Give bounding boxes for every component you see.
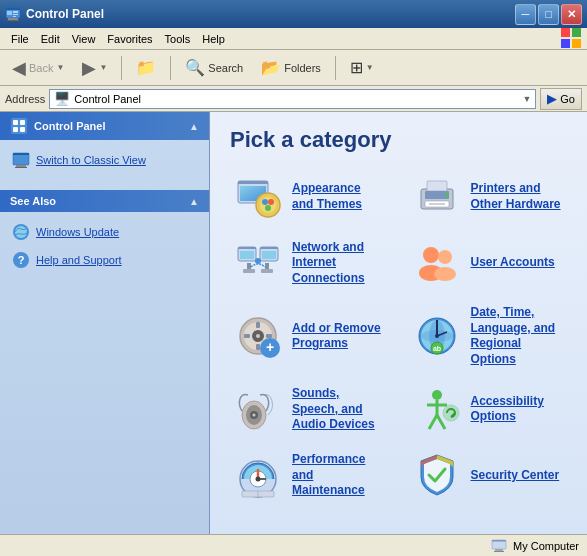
help-support-link[interactable]: ? Help and Support bbox=[8, 248, 201, 272]
windows-update-link[interactable]: Windows Update bbox=[8, 220, 201, 244]
category-printers-hardware[interactable]: Printers and Other Hardware bbox=[409, 169, 568, 225]
sounds-speech-audio-label: Sounds, Speech, and Audio Devices bbox=[292, 386, 385, 433]
svg-text:?: ? bbox=[18, 254, 25, 266]
category-security-center[interactable]: Security Center bbox=[409, 447, 568, 503]
svg-rect-41 bbox=[238, 247, 256, 249]
svg-rect-59 bbox=[256, 322, 260, 328]
svg-rect-18 bbox=[13, 153, 29, 155]
svg-point-51 bbox=[423, 247, 439, 263]
category-accessibility[interactable]: Accessibility Options bbox=[409, 381, 568, 437]
windows-update-label: Windows Update bbox=[36, 226, 119, 238]
svg-rect-60 bbox=[266, 334, 272, 338]
control-panel-header-icon bbox=[10, 117, 28, 135]
category-date-time-language[interactable]: ab Date, Time, Language, and Regional Op… bbox=[409, 301, 568, 371]
add-remove-programs-label: Add or Remove Programs bbox=[292, 321, 385, 352]
category-sounds-speech-audio[interactable]: Sounds, Speech, and Audio Devices bbox=[230, 381, 389, 437]
svg-point-54 bbox=[434, 267, 456, 281]
svg-line-81 bbox=[429, 415, 437, 429]
go-button[interactable]: ▶ Go bbox=[540, 88, 582, 110]
minimize-button[interactable]: ─ bbox=[515, 4, 536, 25]
svg-point-31 bbox=[262, 199, 268, 205]
svg-rect-2 bbox=[8, 18, 18, 20]
category-appearance-themes[interactable]: Appearance and Themes bbox=[230, 169, 389, 225]
svg-point-50 bbox=[255, 258, 261, 264]
view-button[interactable]: ⊞ ▼ bbox=[343, 54, 381, 81]
maximize-button[interactable]: □ bbox=[538, 4, 559, 25]
sounds-speech-audio-icon bbox=[234, 385, 282, 433]
toolbar-separator-3 bbox=[335, 56, 336, 80]
svg-point-87 bbox=[256, 477, 261, 482]
sidebar-control-panel-body: Switch to Classic View bbox=[0, 140, 209, 184]
svg-rect-92 bbox=[495, 549, 503, 551]
sidebar-control-panel-title: Control Panel bbox=[34, 120, 106, 132]
svg-rect-6 bbox=[13, 14, 18, 15]
svg-rect-3 bbox=[7, 20, 19, 21]
sidebar-see-also-header[interactable]: See Also ▲ bbox=[0, 190, 209, 212]
close-button[interactable]: ✕ bbox=[561, 4, 582, 25]
svg-rect-93 bbox=[494, 551, 504, 552]
forward-button[interactable]: ▶ ▼ bbox=[75, 53, 114, 83]
svg-rect-26 bbox=[238, 181, 268, 184]
switch-classic-view-link[interactable]: Switch to Classic View bbox=[8, 148, 201, 172]
view-icon: ⊞ bbox=[350, 58, 363, 77]
category-performance-maintenance[interactable]: Performance and Maintenance bbox=[230, 447, 389, 503]
forward-dropdown-icon: ▼ bbox=[99, 63, 107, 72]
printers-hardware-icon bbox=[413, 173, 461, 221]
folders-label: Folders bbox=[284, 62, 321, 74]
sidebar-control-panel-header[interactable]: Control Panel ▲ bbox=[0, 112, 209, 140]
category-network-internet[interactable]: Network and Internet Connections bbox=[230, 235, 389, 291]
category-add-remove-programs[interactable]: + Add or Remove Programs bbox=[230, 301, 389, 371]
menu-tools[interactable]: Tools bbox=[159, 31, 197, 47]
toolbar-separator-1 bbox=[121, 56, 122, 80]
help-support-label: Help and Support bbox=[36, 254, 122, 266]
menu-favorites[interactable]: Favorites bbox=[101, 31, 158, 47]
svg-rect-15 bbox=[13, 127, 18, 132]
address-folder-icon: 🖥️ bbox=[54, 91, 70, 106]
windows-logo bbox=[560, 27, 582, 49]
svg-point-78 bbox=[432, 390, 442, 400]
svg-rect-49 bbox=[261, 269, 273, 273]
svg-text:+: + bbox=[266, 339, 274, 355]
window-title: Control Panel bbox=[26, 7, 104, 21]
switch-classic-view-label: Switch to Classic View bbox=[36, 154, 146, 166]
security-center-label: Security Center bbox=[471, 468, 560, 484]
category-user-accounts[interactable]: User Accounts bbox=[409, 235, 568, 291]
menu-help[interactable]: Help bbox=[196, 31, 231, 47]
menu-file[interactable]: File bbox=[5, 31, 35, 47]
menu-bar: File Edit View Favorites Tools Help bbox=[0, 28, 587, 50]
svg-point-71 bbox=[435, 334, 439, 338]
network-internet-label: Network and Internet Connections bbox=[292, 240, 385, 287]
status-text: My Computer bbox=[513, 540, 579, 552]
folders-button[interactable]: 📂 Folders bbox=[254, 54, 328, 81]
svg-rect-48 bbox=[243, 269, 255, 273]
svg-point-83 bbox=[443, 405, 459, 421]
svg-rect-61 bbox=[256, 344, 260, 350]
menu-view[interactable]: View bbox=[66, 31, 102, 47]
address-bar: Address 🖥️ Control Panel ▼ ▶ Go bbox=[0, 86, 587, 112]
svg-rect-45 bbox=[262, 251, 276, 259]
see-also-chevron-icon: ▲ bbox=[189, 196, 199, 207]
categories-grid: Appearance and Themes Printers and Other… bbox=[230, 169, 567, 503]
back-button[interactable]: ◀ Back ▼ bbox=[5, 53, 71, 83]
up-button[interactable]: 📁 bbox=[129, 54, 163, 81]
back-dropdown-icon: ▼ bbox=[56, 63, 64, 72]
address-input-wrap[interactable]: 🖥️ Control Panel ▼ bbox=[49, 89, 536, 109]
address-dropdown-icon[interactable]: ▼ bbox=[522, 94, 531, 104]
search-icon: 🔍 bbox=[185, 58, 205, 77]
add-remove-programs-icon: + bbox=[234, 312, 282, 360]
user-accounts-icon bbox=[413, 239, 461, 287]
menu-edit[interactable]: Edit bbox=[35, 31, 66, 47]
svg-rect-1 bbox=[6, 8, 20, 10]
title-bar-left: Control Panel bbox=[5, 6, 104, 22]
go-arrow-icon: ▶ bbox=[547, 91, 557, 106]
date-time-language-icon: ab bbox=[413, 312, 461, 360]
svg-rect-14 bbox=[20, 120, 25, 125]
svg-rect-5 bbox=[13, 11, 18, 13]
svg-rect-39 bbox=[429, 203, 445, 205]
network-internet-icon bbox=[234, 239, 282, 287]
user-accounts-label: User Accounts bbox=[471, 255, 555, 271]
search-button[interactable]: 🔍 Search bbox=[178, 54, 250, 81]
status-bar: My Computer bbox=[0, 534, 587, 556]
back-icon: ◀ bbox=[12, 57, 26, 79]
svg-rect-16 bbox=[20, 127, 25, 132]
